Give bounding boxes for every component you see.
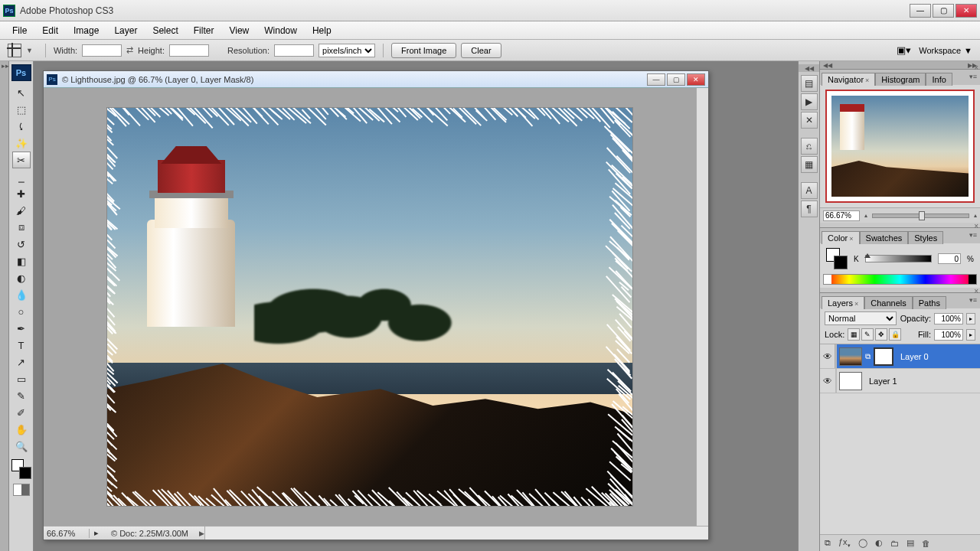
navigator-zoom-slider[interactable] (872, 214, 969, 218)
color-ramp[interactable] (823, 274, 977, 285)
doc-maximize-button[interactable]: ▢ (667, 73, 685, 86)
zoom-tool[interactable]: 🔍 (12, 438, 31, 455)
fill-flyout-icon[interactable]: ▸ (966, 329, 975, 341)
quick-mask-icon[interactable] (13, 484, 30, 496)
vertical-scrollbar[interactable] (696, 88, 708, 526)
crop-tool-icon[interactable] (8, 44, 21, 57)
minimize-button[interactable]: — (910, 4, 931, 18)
layer-mask-thumbnail[interactable] (874, 347, 893, 366)
pen-tool[interactable]: ✒ (12, 320, 31, 337)
resolution-units-select[interactable]: pixels/inch (318, 44, 375, 57)
doc-close-button[interactable]: ✕ (687, 73, 705, 86)
tab-color[interactable]: Color× (822, 231, 860, 244)
color-swatches[interactable] (11, 459, 31, 479)
blur-tool[interactable]: 💧 (12, 286, 31, 303)
tab-paths[interactable]: Paths (913, 296, 946, 309)
status-menu-icon[interactable]: ▶ (199, 530, 204, 537)
crop-tool[interactable]: ✂ (12, 152, 31, 168)
paragraph-icon[interactable]: ¶ (801, 201, 818, 217)
tab-layers[interactable]: Layers× (822, 296, 864, 309)
horizontal-scrollbar[interactable] (204, 527, 708, 540)
close-button[interactable]: ✕ (956, 4, 977, 18)
layer-row[interactable]: 👁⧉Layer 0 (820, 344, 980, 369)
panel-menu-icon[interactable]: ▾≡ (968, 71, 978, 82)
character-icon[interactable]: A (801, 182, 818, 199)
visibility-toggle-icon[interactable]: 👁 (820, 344, 835, 368)
toolbox-grip-strip[interactable]: ▸▸ (0, 61, 9, 551)
tab-info[interactable]: Info (926, 73, 952, 86)
new-layer-icon[interactable]: ▤ (906, 538, 914, 548)
tool-presets-icon[interactable]: ✕ (801, 112, 818, 129)
opacity-flyout-icon[interactable]: ▸ (966, 313, 975, 324)
menu-window[interactable]: Window (256, 25, 305, 36)
k-slider[interactable] (865, 255, 932, 262)
doc-size-info[interactable]: © Doc: 2.25M/3.00M (103, 529, 196, 538)
workspace-menu[interactable]: Workspace ▼ (919, 46, 972, 55)
width-input[interactable] (82, 44, 122, 57)
zoom-in-icon[interactable]: ▴ (974, 212, 977, 219)
menu-help[interactable]: Help (305, 25, 339, 36)
brushes-icon[interactable]: ▤ (801, 75, 818, 92)
menu-view[interactable]: View (221, 25, 256, 36)
height-input[interactable] (169, 44, 209, 57)
resolution-input[interactable] (274, 44, 314, 57)
move-tool[interactable]: ↖ (12, 84, 31, 101)
layer-mask-icon[interactable]: ◯ (858, 538, 867, 548)
fill-input[interactable] (934, 329, 963, 341)
mask-link-icon[interactable]: ⧉ (865, 352, 871, 361)
layer-name[interactable]: Layer 1 (864, 377, 897, 386)
layer-group-icon[interactable]: 🗀 (890, 539, 899, 548)
menu-filter[interactable]: Filter (186, 25, 222, 36)
zoom-out-icon[interactable]: ▴ (864, 212, 867, 219)
swap-dimensions-icon[interactable]: ⇄ (126, 45, 133, 55)
adjustment-layer-icon[interactable]: ◐ (875, 538, 883, 548)
layer-row[interactable]: 👁Layer 1 (820, 369, 980, 393)
zoom-readout[interactable]: 66.67% (44, 529, 90, 538)
dock-collapse-bar[interactable]: ◀◀ (799, 64, 819, 72)
lasso-tool[interactable]: ⤹ (12, 118, 31, 135)
delete-layer-icon[interactable]: 🗑 (922, 539, 930, 548)
tab-histogram[interactable]: Histogram (875, 73, 926, 86)
tab-styles[interactable]: Styles (908, 231, 943, 244)
opacity-input[interactable] (934, 313, 963, 324)
hand-tool[interactable]: ✋ (12, 421, 31, 438)
actions-icon[interactable]: ▦ (801, 156, 818, 173)
document-titlebar[interactable]: Ps © Lighthouse.jpg @ 66.7% (Layer 0, La… (44, 71, 708, 88)
visibility-toggle-icon[interactable]: 👁 (820, 376, 835, 386)
lock-transparency-icon[interactable]: ▦ (848, 328, 860, 341)
background-swatch[interactable] (19, 467, 31, 479)
doc-minimize-button[interactable]: — (647, 73, 665, 86)
clone-source-icon[interactable]: ▶ (801, 93, 818, 110)
rectangle-tool[interactable]: ▭ (12, 370, 31, 387)
document-canvas[interactable] (107, 108, 632, 506)
brush-tool[interactable]: 🖌 (12, 202, 31, 219)
clear-button[interactable]: Clear (461, 43, 501, 58)
panel-menu-icon[interactable]: ▾≡ (968, 295, 978, 305)
path-select-tool[interactable]: ↗ (12, 354, 31, 370)
lock-pixels-icon[interactable]: ✎ (861, 328, 874, 341)
panels-collapse-bar[interactable]: ◀◀▶▶ (820, 61, 980, 69)
slice-tool[interactable]: ⎯ (12, 168, 31, 185)
history-brush-tool[interactable]: ↺ (12, 236, 31, 253)
tool-preset-dropdown-icon[interactable]: ▼ (26, 47, 33, 54)
magic-wand-tool[interactable]: ✨ (12, 135, 31, 152)
stamp-tool[interactable]: ⧈ (12, 219, 31, 236)
navigator-thumbnail[interactable] (825, 90, 975, 203)
layer-comps-icon[interactable]: ⎌ (801, 138, 818, 155)
status-arrow-icon[interactable]: ▸ (90, 528, 103, 538)
menu-file[interactable]: File (5, 25, 34, 36)
layer-thumbnail[interactable] (839, 347, 862, 366)
dodge-tool[interactable]: ○ (12, 303, 31, 320)
menu-select[interactable]: Select (145, 25, 185, 36)
layer-style-icon[interactable]: ƒx▾ (838, 537, 851, 549)
go-to-bridge-icon[interactable]: ▣▾ (897, 44, 911, 56)
marquee-tool[interactable]: ⬚ (12, 101, 31, 118)
eraser-tool[interactable]: ◧ (12, 253, 31, 269)
type-tool[interactable]: T (12, 337, 31, 354)
front-image-button[interactable]: Front Image (391, 43, 456, 58)
blend-mode-select[interactable]: Normal (825, 311, 897, 325)
tab-channels[interactable]: Channels (864, 296, 912, 309)
k-value-input[interactable] (938, 253, 961, 264)
eyedropper-tool[interactable]: ✐ (12, 404, 31, 421)
menu-edit[interactable]: Edit (34, 25, 66, 36)
